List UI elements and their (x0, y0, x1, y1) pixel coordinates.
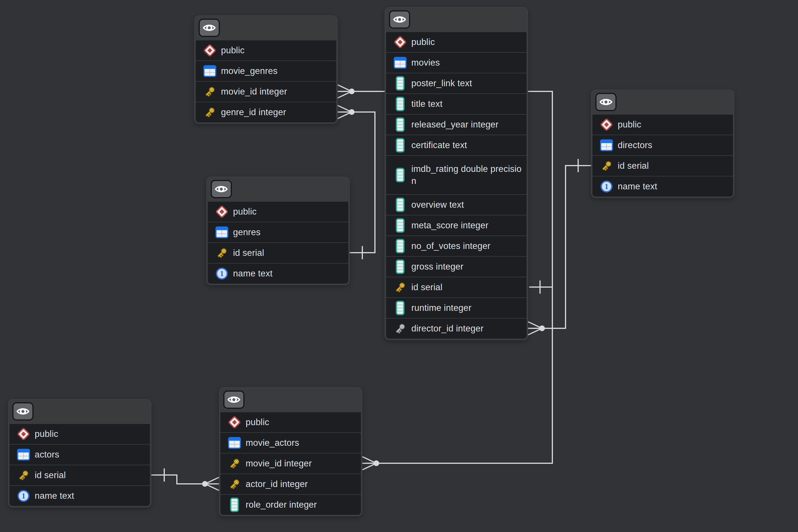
row-id[interactable]: id serial (593, 156, 733, 176)
row-public[interactable]: public (220, 412, 361, 432)
visibility-toggle-button[interactable] (199, 19, 220, 37)
table-icon (215, 226, 229, 239)
row-label: name text (618, 181, 657, 192)
eye-icon (599, 97, 613, 107)
schema-icon (16, 428, 31, 441)
visibility-toggle-button[interactable] (595, 93, 616, 111)
row-role_order[interactable]: role_order integer (220, 495, 361, 515)
row-label: public (35, 429, 58, 439)
row-label: movie_genres (221, 66, 277, 76)
row-label: meta_score integer (411, 220, 488, 231)
table-icon (393, 57, 407, 69)
row-label: director_id integer (411, 323, 484, 334)
row-gross[interactable]: gross integer (386, 257, 526, 277)
table-node-actors[interactable]: publicactorsid serial1name text (8, 399, 151, 507)
primary-key-icon (215, 246, 229, 260)
primary-key-icon (16, 469, 31, 482)
eye-icon (227, 395, 241, 404)
row-id[interactable]: id serial (386, 277, 526, 297)
row-directors[interactable]: directors (593, 135, 733, 155)
table-header (220, 387, 361, 412)
row-movie_actors[interactable]: movie_actors (220, 433, 361, 453)
table-icon (203, 65, 217, 77)
primary-key-icon (227, 477, 242, 491)
row-imdb_rating[interactable]: imdb_rating double precision (386, 156, 526, 194)
row-name[interactable]: 1name text (10, 486, 150, 506)
row-name[interactable]: 1name text (593, 176, 733, 196)
row-no_of_votes[interactable]: no_of_votes integer (386, 236, 526, 256)
unique-icon: 1 (215, 267, 229, 280)
row-title[interactable]: title text (386, 94, 526, 114)
row-label: public (221, 45, 244, 56)
row-movie_id[interactable]: movie_id integer (196, 82, 336, 102)
row-certificate[interactable]: certificate text (386, 135, 526, 155)
table-header (208, 177, 348, 201)
table-node-movies[interactable]: publicmoviesposter_link texttitle textre… (385, 7, 528, 340)
eye-icon (203, 23, 216, 33)
row-label: genre_id integer (221, 107, 286, 117)
svg-text:1: 1 (605, 182, 609, 191)
column-icon (393, 218, 407, 233)
row-id[interactable]: id serial (10, 465, 150, 485)
row-label: id serial (411, 282, 443, 292)
row-label: actor_id integer (246, 479, 308, 489)
row-public[interactable]: public (208, 202, 348, 222)
primary-key-icon (203, 85, 217, 98)
visibility-toggle-button[interactable] (211, 180, 232, 198)
row-label: public (618, 119, 641, 130)
row-movie_genres[interactable]: movie_genres (196, 61, 336, 81)
row-genre_id[interactable]: genre_id integer (196, 102, 336, 122)
row-label: released_year integer (411, 119, 499, 130)
table-node-genres[interactable]: publicgenresid serial1name text (206, 177, 350, 285)
row-label: id serial (35, 470, 66, 480)
row-genres[interactable]: genres (208, 222, 348, 242)
row-meta_score[interactable]: meta_score integer (386, 215, 526, 235)
er-diagram-canvas[interactable]: publicmovie_genresmovie_id integergenre_… (0, 0, 798, 532)
table-header (386, 7, 526, 32)
table-header (10, 399, 150, 423)
row-label: movie_id integer (221, 87, 287, 97)
table-icon (599, 139, 614, 151)
row-label: gross integer (411, 262, 464, 272)
column-icon (393, 259, 407, 274)
table-node-movie_actors[interactable]: publicmovie_actorsmovie_id integeractor_… (219, 387, 362, 516)
column-icon (393, 197, 407, 212)
row-overview[interactable]: overview text (386, 195, 526, 215)
visibility-toggle-button[interactable] (12, 402, 34, 421)
column-icon (393, 239, 407, 253)
table-node-directors[interactable]: publicdirectorsid serial1name text (591, 90, 735, 198)
row-label: role_order integer (246, 500, 317, 510)
row-actors[interactable]: actors (10, 444, 150, 465)
primary-key-icon (203, 106, 217, 119)
primary-key-icon (599, 159, 614, 173)
column-icon (393, 138, 407, 153)
unique-icon: 1 (599, 180, 614, 193)
primary-key-icon (393, 281, 407, 294)
row-runtime[interactable]: runtime integer (386, 298, 526, 318)
column-icon (393, 168, 407, 183)
table-node-movie_genres[interactable]: publicmovie_genresmovie_id integergenre_… (194, 16, 338, 124)
row-public[interactable]: public (593, 115, 733, 135)
row-public[interactable]: public (196, 40, 336, 60)
eye-icon (215, 184, 228, 194)
foreign-key-icon (393, 322, 407, 336)
row-id[interactable]: id serial (208, 243, 348, 263)
row-actor_id[interactable]: actor_id integer (220, 474, 361, 494)
row-poster_link[interactable]: poster_link text (386, 73, 526, 93)
column-icon (393, 76, 407, 91)
visibility-toggle-button[interactable] (389, 10, 410, 28)
row-director_id[interactable]: director_id integer (386, 319, 526, 339)
row-released_year[interactable]: released_year integer (386, 115, 526, 135)
row-label: imdb_rating double precision (411, 163, 524, 187)
row-public[interactable]: public (386, 32, 526, 52)
row-label: public (233, 207, 257, 217)
column-icon (393, 97, 407, 111)
row-public[interactable]: public (10, 424, 150, 444)
row-name[interactable]: 1name text (208, 264, 348, 284)
row-movies[interactable]: movies (386, 53, 526, 73)
row-movie_id[interactable]: movie_id integer (220, 454, 361, 474)
visibility-toggle-button[interactable] (223, 391, 244, 409)
row-label: poster_link text (411, 78, 472, 89)
row-label: overview text (411, 200, 464, 210)
row-label: movies (411, 58, 440, 68)
